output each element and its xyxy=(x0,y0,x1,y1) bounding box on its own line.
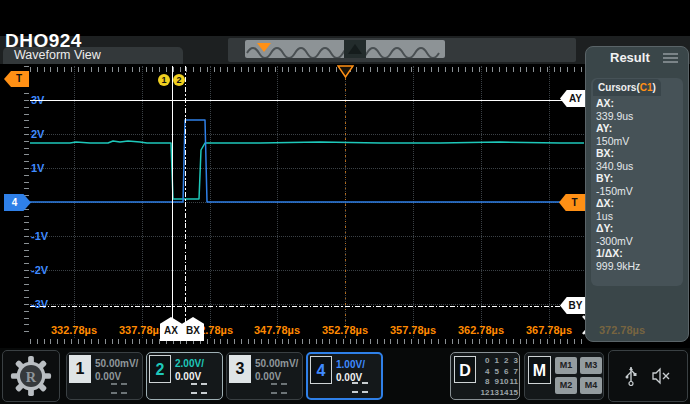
top-ruler xyxy=(30,67,586,72)
usb-icon xyxy=(625,366,637,386)
coupling-icon xyxy=(271,383,287,394)
math-label: M xyxy=(528,356,551,384)
digital-channel-grid: 0123 4567 891011 12131415 xyxy=(480,356,518,398)
coupling-icon xyxy=(352,382,368,393)
time-label-6: 362.78µs xyxy=(458,324,504,336)
readout-label: AX: xyxy=(596,97,680,110)
digital-label: D xyxy=(454,356,476,383)
speaker-muted-icon xyxy=(651,367,671,385)
model-name: DHO924 xyxy=(5,30,82,52)
channel-1-number: 1 xyxy=(69,355,91,383)
channel-4-scale: 1.00V/ xyxy=(336,358,365,371)
volt-label-n2v: -2V xyxy=(31,264,48,276)
cursor-ay-hline[interactable] xyxy=(30,100,586,101)
readout-value: -150mV xyxy=(596,185,680,198)
cursor-b-vline[interactable] xyxy=(185,66,186,338)
channel-3-box[interactable]: 3 50.00mV/ 0.00V xyxy=(226,352,303,400)
channel-4-number: 4 xyxy=(310,356,332,384)
math-m4-button[interactable]: M4 xyxy=(580,377,602,394)
math-m2-button[interactable]: M2 xyxy=(555,377,577,394)
volt-label-1v: 1V xyxy=(31,162,44,174)
readout-value: 150mV xyxy=(596,135,680,148)
svg-text:R: R xyxy=(26,369,37,385)
readout-label: ΔY: xyxy=(596,222,680,235)
coupling-icon xyxy=(191,383,207,394)
trigger-position-line xyxy=(345,78,346,338)
channel-3-number: 3 xyxy=(229,355,251,383)
channel-2-scale: 2.00V/ xyxy=(175,357,204,370)
oscilloscope-screen: RIGOL STOP H 5.00µs/ A 12.50MSa/s Norm 1… xyxy=(0,0,690,404)
math-m1-button[interactable]: M1 xyxy=(555,357,577,374)
readout-value: 1us xyxy=(596,210,680,223)
channel-1-box[interactable]: 1 50.00mV/ 0.00V xyxy=(66,352,143,400)
time-label-7: 367.78µs xyxy=(526,324,572,336)
channel-2-box[interactable]: 2 2.00V/ 0.00V xyxy=(146,352,223,400)
readout-label: AY: xyxy=(596,122,680,135)
time-label-8: 372.78µs xyxy=(599,324,645,336)
channel-2-number: 2 xyxy=(149,355,171,383)
readout-label: 1/ΔX: xyxy=(596,247,680,260)
cursor-readouts: AX: 339.9us AY: 150mV BX: 340.9us BY: -1… xyxy=(596,97,680,272)
readout-label: BY: xyxy=(596,172,680,185)
channel-3-offset: 0.00V xyxy=(255,370,298,383)
time-label-4: 352.78µs xyxy=(322,324,368,336)
time-label-3: 347.78µs xyxy=(254,324,300,336)
trigger-position-marker[interactable] xyxy=(337,64,354,82)
time-label-0: 332.78µs xyxy=(51,324,97,336)
cursor-b-badge: 2 xyxy=(173,74,185,86)
cursor-a-badge: 1 xyxy=(158,74,170,86)
cursors-result-tab[interactable]: Cursors(C1) xyxy=(593,79,661,96)
volt-label-n3v: -3V xyxy=(31,298,48,310)
channel-3-scale: 50.00mV/ xyxy=(255,357,298,370)
panel-menu-icon[interactable] xyxy=(663,53,678,65)
volt-label-2v: 2V xyxy=(31,128,44,140)
readout-value: 339.9us xyxy=(596,110,680,123)
readout-value: 340.9us xyxy=(596,160,680,173)
math-m3-button[interactable]: M3 xyxy=(580,357,602,374)
digital-channels-box[interactable]: D 0123 4567 891011 12131415 xyxy=(450,352,520,400)
coupling-icon xyxy=(111,383,127,394)
readout-label: ΔX: xyxy=(596,197,680,210)
timeline-overview-bar[interactable] xyxy=(245,40,445,62)
channel-2-offset: 0.00V xyxy=(175,370,204,383)
status-icons-box xyxy=(608,350,688,402)
readout-label: BX: xyxy=(596,147,680,160)
channel-1-offset: 0.00V xyxy=(95,370,138,383)
volt-label-n1v: -1V xyxy=(31,230,48,242)
readout-value: 999.9kHz xyxy=(596,260,680,273)
readout-value: -300mV xyxy=(596,235,680,248)
result-panel-title: Result xyxy=(610,50,650,65)
rigol-menu-button[interactable]: R xyxy=(2,350,60,402)
bottom-ruler xyxy=(30,339,586,344)
time-label-5: 357.78µs xyxy=(390,324,436,336)
cursor-by-hline[interactable] xyxy=(30,306,586,307)
header-bar xyxy=(0,0,690,36)
time-label-1: 337.78µs xyxy=(119,324,165,336)
channel-4-box[interactable]: 4 1.00V/ 0.00V xyxy=(306,352,383,400)
gear-logo-icon: R xyxy=(9,354,53,398)
channel-1-scale: 50.00mV/ xyxy=(95,357,138,370)
math-channels-box[interactable]: M M1 M3 M2 M4 xyxy=(524,352,604,400)
cursor-a-vline[interactable] xyxy=(172,66,173,338)
